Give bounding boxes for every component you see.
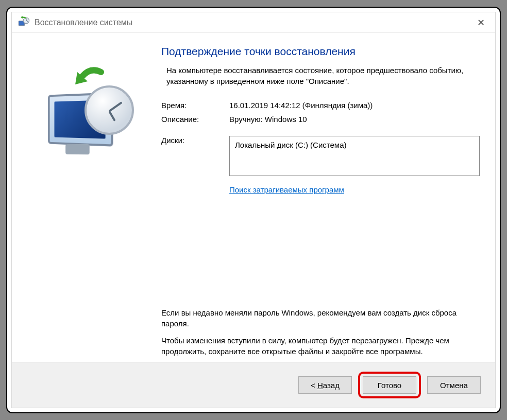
- disks-row: Диски: Локальный диск (C:) (Система): [161, 136, 480, 176]
- description-row: Описание: Вручную: Windows 10: [161, 115, 480, 124]
- system-restore-dialog: Восстановление системы ✕ Подтверждение т…: [11, 12, 496, 408]
- close-button[interactable]: ✕: [472, 15, 490, 30]
- finish-highlight: Готово: [358, 372, 421, 398]
- titlebar: Восстановление системы ✕: [12, 12, 495, 33]
- disks-list[interactable]: Локальный диск (C:) (Система): [229, 136, 480, 176]
- wizard-body: Подтверждение точки восстановления На ко…: [161, 42, 480, 357]
- disk-item: Локальный диск (C:) (Система): [235, 141, 347, 149]
- scan-affected-link[interactable]: Поиск затрагиваемых программ: [229, 185, 480, 194]
- cancel-button[interactable]: Отмена: [427, 376, 481, 394]
- wizard-footer: < Назад Готово Отмена: [12, 362, 495, 408]
- window-title: Восстановление системы: [35, 18, 472, 27]
- page-heading: Подтверждение точки восстановления: [161, 45, 480, 58]
- time-label: Время:: [161, 101, 229, 110]
- content-area: Подтверждение точки восстановления На ко…: [12, 33, 495, 362]
- disks-label: Диски:: [161, 136, 229, 176]
- password-note: Если вы недавно меняли пароль Windows, р…: [161, 307, 480, 329]
- restart-note: Чтобы изменения вступили в силу, компьют…: [161, 335, 480, 357]
- finish-button[interactable]: Готово: [363, 376, 416, 394]
- time-row: Время: 16.01.2019 14:42:12 (Финляндия (з…: [161, 101, 480, 110]
- description-value: Вручную: Windows 10: [229, 115, 480, 124]
- restore-graphic: [35, 63, 138, 166]
- description-label: Описание:: [161, 115, 229, 124]
- intro-text: На компьютере восстанавливается состояни…: [166, 65, 480, 86]
- back-button[interactable]: < Назад: [298, 376, 352, 394]
- wizard-graphic-panel: [12, 42, 161, 357]
- time-value: 16.01.2019 14:42:12 (Финляндия (зима)): [229, 101, 480, 110]
- restore-icon: [17, 16, 30, 29]
